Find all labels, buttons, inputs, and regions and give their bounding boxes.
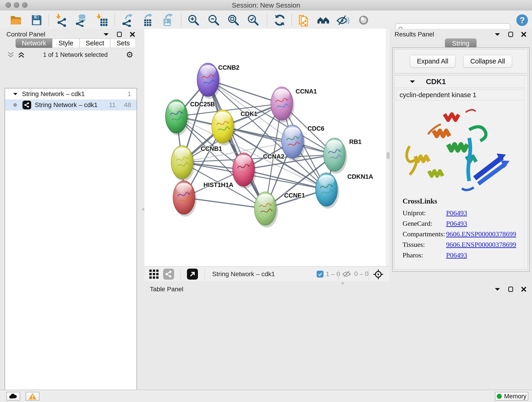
save-session-button[interactable] bbox=[29, 13, 44, 27]
grid-view-button[interactable] bbox=[149, 269, 159, 280]
expand-all-button[interactable]: Expand All bbox=[410, 55, 456, 68]
collapse-panel-icon[interactable] bbox=[494, 287, 500, 291]
export-network-button[interactable] bbox=[120, 13, 135, 27]
zoom-out-button[interactable] bbox=[207, 13, 221, 27]
disclosure-triangle-icon[interactable] bbox=[409, 80, 415, 84]
string-document-icon bbox=[298, 13, 311, 27]
zoom-fit-icon bbox=[227, 13, 240, 27]
tab-sets[interactable]: Sets bbox=[110, 38, 136, 48]
crosslink-value[interactable]: 9606.ENSP00000378699 bbox=[446, 230, 516, 238]
network-node-CCNB1[interactable] bbox=[171, 146, 195, 181]
results-tab-row: String bbox=[389, 38, 532, 48]
close-panel-icon[interactable] bbox=[130, 32, 135, 37]
zoom-selected-button[interactable] bbox=[246, 13, 260, 27]
collapse-panel-icon[interactable] bbox=[494, 32, 500, 36]
toolbar-separator bbox=[114, 14, 115, 26]
network-type-badge bbox=[22, 101, 31, 109]
selected-checkbox[interactable] bbox=[317, 271, 323, 278]
splitter-handle[interactable] bbox=[387, 152, 389, 159]
right-splitter[interactable] bbox=[386, 29, 390, 266]
open-session-button[interactable] bbox=[9, 13, 23, 27]
network-edge[interactable] bbox=[208, 80, 265, 209]
string-import-button[interactable] bbox=[297, 13, 311, 27]
memory-button[interactable]: Memory bbox=[495, 392, 528, 401]
zoom-fit-button[interactable] bbox=[226, 13, 241, 27]
results-actions: Expand All Collapse All bbox=[394, 49, 528, 73]
app-window: Session: New Session bbox=[0, 0, 532, 402]
crosslink-row: GeneCard: P06493 bbox=[403, 218, 528, 229]
warnings-button[interactable] bbox=[26, 392, 39, 401]
expand-all-tree-icon[interactable] bbox=[7, 52, 14, 58]
crosslinks-list: Uniprot: P06493GeneCard: P06493Compartme… bbox=[403, 208, 528, 260]
crosslink-value[interactable]: 9606.ENSP00000378699 bbox=[446, 241, 516, 249]
crosslink-row: Pharos: P06493 bbox=[403, 250, 528, 260]
tab-network[interactable]: Network bbox=[16, 38, 52, 48]
apply-layout-button[interactable] bbox=[273, 13, 287, 27]
cloud-button[interactable] bbox=[6, 392, 20, 401]
hide-unhide-button[interactable] bbox=[336, 13, 350, 27]
table-export-icon bbox=[141, 13, 154, 27]
table-import-icon bbox=[95, 13, 109, 27]
crosslink-value[interactable]: P06493 bbox=[446, 220, 467, 227]
collapse-panel-icon[interactable] bbox=[103, 32, 109, 36]
tab-select[interactable]: Select bbox=[80, 38, 110, 48]
float-panel-icon[interactable] bbox=[117, 32, 122, 37]
import-table-button[interactable] bbox=[95, 13, 109, 27]
network-node-CCNA2[interactable] bbox=[233, 153, 256, 189]
table-panel-title: Table Panel bbox=[150, 286, 183, 293]
network-node-CDKN1A[interactable] bbox=[316, 173, 339, 209]
eye-slash-icon bbox=[336, 13, 350, 27]
gene-header[interactable]: CDK1 bbox=[394, 75, 528, 88]
network-canvas[interactable]: CCNB2CCNA1CDC25BCDK1CDC6RB1CCNB1CCNA2CDK… bbox=[144, 29, 386, 266]
control-panel-tabs: NetworkStyleSelectSets bbox=[16, 38, 136, 48]
control-panel-controls bbox=[103, 32, 135, 37]
eye-slash-small-icon[interactable] bbox=[342, 270, 352, 278]
help-button[interactable]: ? bbox=[515, 13, 529, 27]
fit-content-button[interactable] bbox=[373, 269, 384, 281]
network-node-CDC6[interactable] bbox=[282, 125, 305, 161]
network-graph[interactable]: CCNB2CCNA1CDC25BCDK1CDC6RB1CCNB1CCNA2CDK… bbox=[144, 29, 386, 266]
node-label: CCNE1 bbox=[284, 192, 305, 199]
share-network-icon bbox=[165, 270, 172, 278]
network-view-title: String Network – cdk1 bbox=[212, 270, 275, 278]
crosslink-row: Compartments: 9606.ENSP00000378699 bbox=[403, 229, 528, 239]
tab-style[interactable]: Style bbox=[52, 38, 79, 48]
import-network-file-button[interactable] bbox=[54, 13, 68, 27]
collapse-all-button[interactable]: Collapse All bbox=[463, 55, 512, 68]
refresh-icon bbox=[273, 13, 286, 27]
import-network-from-database-button[interactable] bbox=[74, 13, 88, 27]
splitter-handle[interactable] bbox=[341, 282, 344, 284]
collapse-all-tree-icon[interactable] bbox=[18, 52, 25, 58]
left-splitter[interactable] bbox=[142, 29, 144, 390]
crosslink-value[interactable]: P06493 bbox=[446, 209, 467, 217]
toolbar-separator bbox=[368, 269, 369, 280]
tree-label: String Network – cdk1 bbox=[22, 90, 85, 98]
tree-row-collection[interactable]: String Network – cdk1 1 bbox=[5, 89, 137, 99]
home-networks-button[interactable] bbox=[316, 13, 330, 27]
tab-string[interactable]: String bbox=[445, 38, 476, 48]
disclosure-triangle-icon[interactable] bbox=[13, 92, 18, 96]
network-node-CCNE1[interactable] bbox=[254, 192, 278, 228]
close-panel-icon[interactable] bbox=[521, 32, 526, 37]
network-node-HIST1H1A[interactable] bbox=[173, 181, 196, 217]
toolbar-separator bbox=[180, 269, 181, 280]
results-scrollbar[interactable] bbox=[524, 75, 527, 269]
close-panel-icon[interactable] bbox=[521, 287, 526, 292]
export-table-button[interactable] bbox=[140, 13, 154, 27]
birdseye-toggle-button[interactable] bbox=[187, 269, 198, 280]
export-image-button[interactable] bbox=[160, 13, 174, 27]
float-panel-icon[interactable] bbox=[508, 287, 513, 292]
float-panel-icon[interactable] bbox=[508, 32, 513, 37]
crosslink-value[interactable]: P06493 bbox=[446, 251, 467, 259]
network-node-RB1[interactable] bbox=[323, 138, 347, 174]
network-node-CCNB2[interactable] bbox=[197, 63, 221, 99]
edge-count: 48 bbox=[124, 101, 131, 109]
open-folder-icon bbox=[9, 13, 22, 27]
memory-label: Memory bbox=[504, 393, 526, 400]
network-type-button[interactable] bbox=[163, 269, 174, 280]
gene-name: CDK1 bbox=[426, 77, 446, 86]
tree-row-network[interactable]: String Network – cdk1 11 48 bbox=[5, 99, 137, 110]
zoom-in-button[interactable] bbox=[186, 13, 201, 27]
gear-icon[interactable]: ⚙ bbox=[126, 51, 133, 59]
toolbar-separator bbox=[204, 269, 205, 280]
